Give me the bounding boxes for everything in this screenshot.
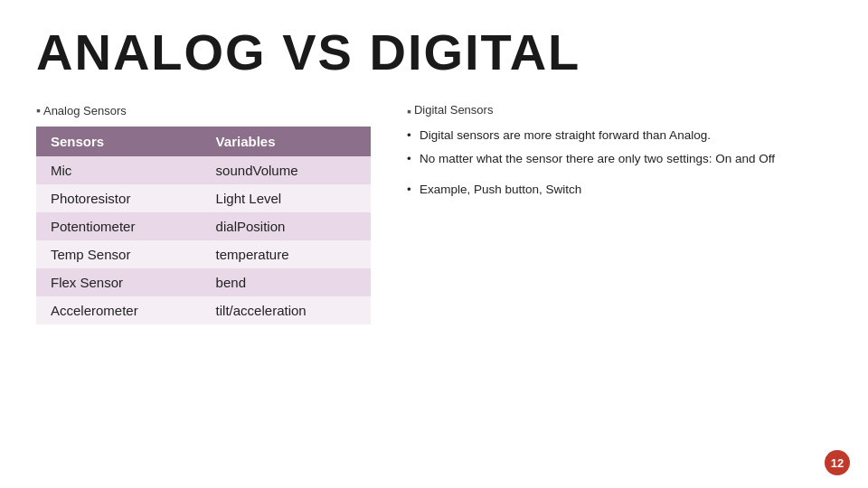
left-column: Analog Sensors Sensors Variables Micsoun… [36,103,371,324]
analog-section-label: Analog Sensors [36,103,371,117]
sensor-name: Potentiometer [36,212,202,240]
sensor-variable: soundVolume [202,156,371,184]
table-row: Temp Sensortemperature [36,240,371,268]
col-header-variables: Variables [202,127,371,156]
page-title: ANALOG VS DIGITAL [36,27,832,78]
table-row: Accelerometertilt/acceleration [36,296,371,324]
digital-bullet-1: Digital sensors are more straight forwar… [407,126,832,145]
example-text: Example, Push button, Switch [407,181,832,199]
sensor-variable: Light Level [202,184,371,212]
digital-bullet-1-text: Digital sensors are more straight forwar… [420,128,711,142]
page: ANALOG VS DIGITAL Analog Sensors Sensors… [0,0,868,488]
sensor-name: Temp Sensor [36,240,202,268]
digital-section-heading: ▪ Digital Sensors [407,103,832,118]
col-header-sensors: Sensors [36,127,202,156]
sensor-name: Mic [36,156,202,184]
digital-bullet-2-text: No matter what the sensor there are only… [420,152,775,165]
example-label: Example, Push button, Switch [420,183,581,196]
table-row: PhotoresistorLight Level [36,184,371,212]
table-row: MicsoundVolume [36,156,371,184]
digital-section-label: Digital Sensors [414,103,493,117]
sensor-name: Accelerometer [36,296,202,324]
sensor-name: Flex Sensor [36,268,202,296]
digital-bullet-2: No matter what the sensor there are only… [407,149,832,169]
bullet-icon: ▪ [407,104,411,118]
content-area: Analog Sensors Sensors Variables Micsoun… [36,103,832,324]
page-number: 12 [825,450,850,475]
sensor-variable: tilt/acceleration [202,296,371,324]
digital-bullets: Digital sensors are more straight forwar… [407,126,832,168]
table-row: PotentiometerdialPosition [36,212,371,240]
table-row: Flex Sensorbend [36,268,371,296]
digital-content: Digital sensors are more straight forwar… [407,126,832,199]
sensors-table: Sensors Variables MicsoundVolumePhotores… [36,127,371,324]
sensor-name: Photoresistor [36,184,202,212]
sensor-variable: temperature [202,240,371,268]
table-header-row: Sensors Variables [36,127,371,156]
sensor-variable: bend [202,268,371,296]
sensor-variable: dialPosition [202,212,371,240]
right-column: ▪ Digital Sensors Digital sensors are mo… [407,103,832,199]
